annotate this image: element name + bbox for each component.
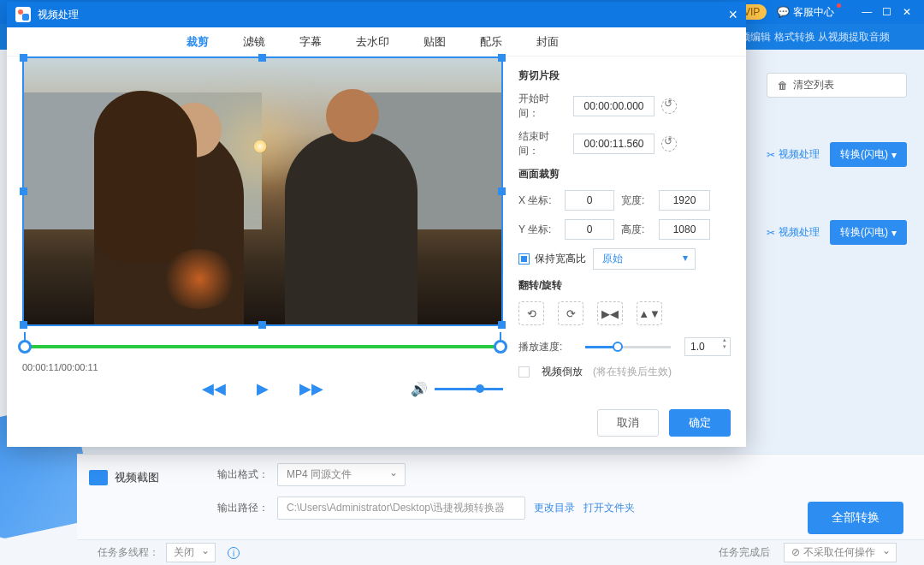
convert-item-button[interactable]: 转换(闪电) ▾ bbox=[830, 142, 907, 167]
timeline-track bbox=[22, 345, 503, 348]
trim-start-handle[interactable] bbox=[18, 340, 32, 354]
crop-handle-left-mid[interactable] bbox=[20, 187, 27, 195]
modal-body: 00:00:11/00:00:11 ◀◀ ▶ ▶▶ 🔊 剪切片段 开始时间： bbox=[7, 56, 746, 447]
output-path-row: 输出路径： C:\Users\Administrator\Desktop\迅捷视… bbox=[217, 497, 903, 520]
tab-filter[interactable]: 滤镜 bbox=[243, 34, 265, 50]
info-icon[interactable]: i bbox=[228, 547, 240, 559]
height-input[interactable] bbox=[659, 219, 710, 240]
trim-timeline[interactable] bbox=[22, 340, 503, 354]
video-process-link[interactable]: ✂ 视频处理 bbox=[767, 225, 820, 240]
end-time-input[interactable] bbox=[573, 134, 654, 154]
modal-actions: 取消 确定 bbox=[597, 409, 731, 437]
y-input[interactable] bbox=[565, 219, 614, 240]
bg-sun bbox=[253, 140, 267, 153]
volume-control: 🔊 bbox=[411, 381, 503, 397]
maximize-button[interactable]: ☐ bbox=[879, 6, 896, 18]
y-label: Y 坐标: bbox=[518, 223, 558, 237]
output-format-select[interactable]: MP4 同源文件 bbox=[277, 463, 406, 486]
modal-title-text: 视频处理 bbox=[38, 8, 79, 22]
video-preview-frame[interactable] bbox=[22, 56, 503, 326]
clear-list-label: 清空列表 bbox=[793, 78, 834, 92]
item-row-actions-2: ✂ 视频处理 转换(闪电) ▾ bbox=[767, 220, 907, 245]
scissors-icon: ✂ bbox=[767, 227, 775, 239]
output-path-label: 输出路径： bbox=[217, 501, 269, 515]
trim-end-handle[interactable] bbox=[494, 340, 507, 354]
keep-ratio-label: 保持宽高比 bbox=[535, 252, 586, 266]
keep-ratio-checkbox[interactable]: 保持宽高比 bbox=[518, 252, 586, 266]
tab-watermark[interactable]: 去水印 bbox=[356, 34, 389, 50]
close-button[interactable]: ✕ bbox=[898, 6, 915, 18]
reset-end-icon[interactable] bbox=[661, 136, 677, 152]
video-process-link[interactable]: ✂ 视频处理 bbox=[767, 147, 820, 162]
crop-xw-row: X 坐标: 宽度: bbox=[518, 190, 731, 211]
crop-handle-top-left[interactable] bbox=[20, 54, 27, 62]
playback-controls: ◀◀ ▶ ▶▶ 🔊 bbox=[22, 379, 503, 398]
item-row-actions-1: ✂ 视频处理 转换(闪电) ▾ bbox=[767, 142, 907, 167]
width-input[interactable] bbox=[659, 190, 710, 211]
flip-horizontal-button[interactable]: ▶◀ bbox=[597, 301, 623, 325]
window-controls: — ☐ ✕ bbox=[858, 6, 915, 18]
speed-input[interactable]: 1.0 bbox=[684, 337, 731, 356]
reverse-checkbox[interactable] bbox=[518, 366, 530, 378]
tab-cover[interactable]: 封面 bbox=[536, 34, 559, 50]
crop-handle-bottom-left[interactable] bbox=[20, 321, 27, 329]
checkbox-icon bbox=[518, 253, 530, 265]
customer-service-link[interactable]: 💬 客服中心 bbox=[777, 5, 834, 20]
tab-crop[interactable]: 裁剪 bbox=[187, 34, 209, 50]
crop-handle-right-mid[interactable] bbox=[498, 187, 506, 195]
app-icon bbox=[15, 7, 31, 22]
crop-handle-bottom-mid[interactable] bbox=[258, 321, 266, 329]
speed-row: 播放速度: 1.0 bbox=[518, 337, 731, 356]
crop-handle-bottom-right[interactable] bbox=[498, 321, 506, 329]
start-time-input[interactable] bbox=[573, 96, 654, 116]
convert-item-label: 转换(闪电) bbox=[840, 225, 888, 240]
tab-sticker[interactable]: 贴图 bbox=[424, 34, 446, 50]
volume-thumb[interactable] bbox=[476, 384, 484, 393]
crop-yh-row: Y 坐标: 高度: bbox=[518, 219, 731, 240]
after-task-label: 任务完成后 bbox=[719, 545, 770, 560]
sidebar-item-screenshot[interactable]: 视频截图 bbox=[89, 470, 159, 485]
volume-slider[interactable] bbox=[435, 388, 503, 390]
rotate-section-title: 翻转/旋转 bbox=[518, 278, 731, 293]
video-process-label: 视频处理 bbox=[779, 225, 820, 240]
open-folder-link[interactable]: 打开文件夹 bbox=[583, 501, 635, 515]
minimize-button[interactable]: — bbox=[858, 6, 875, 18]
chat-icon: 💬 bbox=[777, 6, 790, 18]
rotate-right-button[interactable]: ⟳ bbox=[558, 301, 583, 325]
x-input[interactable] bbox=[565, 190, 614, 211]
flip-vertical-button[interactable]: ▲▼ bbox=[637, 301, 662, 325]
clear-list-button[interactable]: 🗑 清空列表 bbox=[767, 73, 907, 98]
tab-subtitle[interactable]: 字幕 bbox=[299, 34, 322, 50]
chevron-down-icon: ▾ bbox=[891, 227, 897, 239]
convert-all-button[interactable]: 全部转换 bbox=[808, 502, 903, 534]
rewind-button[interactable]: ◀◀ bbox=[202, 379, 226, 398]
crop-handle-top-right[interactable] bbox=[498, 54, 506, 62]
crop-handle-top-mid[interactable] bbox=[258, 54, 266, 62]
convert-item-label: 转换(闪电) bbox=[840, 147, 888, 162]
ok-button[interactable]: 确定 bbox=[669, 409, 731, 437]
x-label: X 坐标: bbox=[518, 193, 558, 208]
convert-item-button[interactable]: 转换(闪电) ▾ bbox=[830, 220, 907, 245]
screenshot-icon bbox=[89, 470, 108, 485]
cancel-button[interactable]: 取消 bbox=[597, 409, 659, 437]
forward-button[interactable]: ▶▶ bbox=[299, 379, 323, 398]
reset-start-icon[interactable] bbox=[661, 98, 677, 114]
volume-icon[interactable]: 🔊 bbox=[411, 381, 428, 397]
speed-slider[interactable] bbox=[585, 346, 671, 348]
after-task-value: 不采取任何操作 bbox=[803, 546, 875, 558]
ratio-select[interactable]: 原始 bbox=[593, 248, 696, 270]
multithread-select[interactable]: 关闭 bbox=[166, 543, 216, 562]
tab-music[interactable]: 配乐 bbox=[480, 34, 502, 50]
play-button[interactable]: ▶ bbox=[257, 379, 269, 398]
end-time-label: 结束时间： bbox=[518, 129, 566, 158]
modal-tabs: 裁剪 滤镜 字幕 去水印 贴图 配乐 封面 bbox=[7, 27, 746, 56]
after-task-group: 任务完成后 ⊘不采取任何操作 bbox=[719, 543, 903, 562]
modal-close-button[interactable]: × bbox=[728, 6, 737, 24]
settings-column: 剪切片段 开始时间： 结束时间： 画面裁剪 X 坐标: 宽度: Y 坐标: bbox=[518, 56, 731, 437]
after-task-select[interactable]: ⊘不采取任何操作 bbox=[784, 543, 897, 562]
video-preview bbox=[24, 58, 501, 324]
output-path-field[interactable]: C:\Users\Administrator\Desktop\迅捷视频转换器 bbox=[277, 497, 525, 520]
change-dir-link[interactable]: 更改目录 bbox=[534, 501, 575, 515]
rotate-left-button[interactable]: ⟲ bbox=[518, 301, 544, 325]
speed-thumb[interactable] bbox=[613, 342, 623, 352]
